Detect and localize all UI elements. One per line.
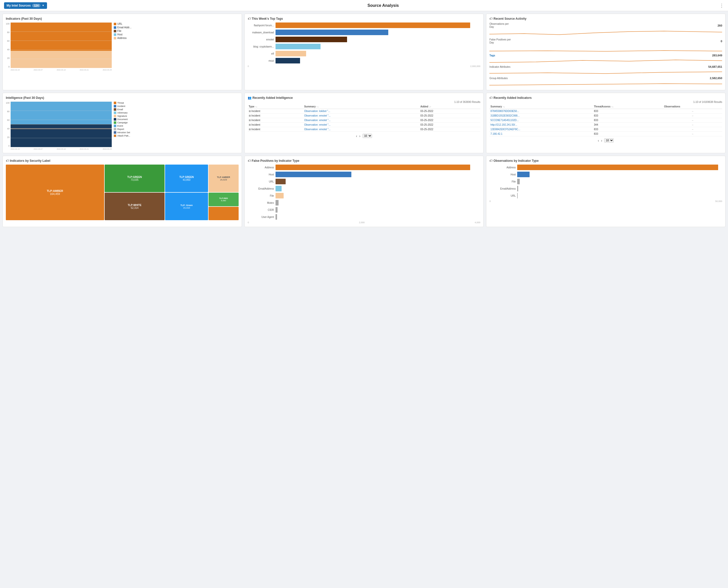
- intel-table-header: Type ↑↓ Summary ↑↓ Added ↓↑: [248, 104, 480, 109]
- recent-indicators-title: Recently Added Indicators: [493, 96, 722, 100]
- signature-color: [114, 115, 116, 117]
- campaign-color: [114, 121, 116, 124]
- col-added[interactable]: Added ↓↑: [419, 104, 480, 109]
- intel-prev-btn[interactable]: ‹: [356, 134, 357, 138]
- col-observations[interactable]: Observations: [663, 104, 722, 109]
- bar-track: [276, 44, 480, 49]
- row-type: ⊞ Incident: [248, 113, 303, 118]
- legend-threat: Threat: [114, 102, 134, 104]
- top-tags-card: 🏷 This Week's Top Tags flashpoint forum.…: [244, 14, 484, 90]
- tags-chart: [489, 57, 722, 64]
- intel-table: Type ↑↓ Summary ↑↓ Added ↓↑ ⊞ Incident O…: [248, 104, 480, 132]
- attack-color: [114, 134, 116, 137]
- legend-report: Report: [114, 128, 134, 130]
- email-color: [114, 26, 116, 29]
- col-threat-assess[interactable]: ThreatAssess ↑↓: [593, 104, 663, 109]
- table-row: ⊞ Incident Observation: emotet "... 03-2…: [248, 127, 480, 132]
- ind-link[interactable]: 5CCD9E71A5451102D...: [490, 119, 519, 122]
- ind-attr-label: Indicator Attributes: [489, 65, 510, 68]
- row-summary: Observation: emotet "...: [303, 113, 419, 118]
- file-color: [114, 30, 116, 33]
- summary-link[interactable]: Observation: emotet "...: [304, 114, 330, 117]
- intel-svg-container: 2022-02-24 2022-03-07 2022-03-14 2022-03…: [10, 102, 112, 150]
- address-color: [114, 37, 116, 39]
- fp-bar-file: File: [248, 193, 480, 198]
- fp-track: [276, 172, 480, 177]
- tlp-white-value: 52,314: [131, 207, 138, 209]
- col-type[interactable]: Type ↑↓: [248, 104, 303, 109]
- more-menu-icon[interactable]: ⋮: [720, 3, 724, 8]
- fp-line: [489, 50, 722, 51]
- ind-link[interactable]: http://212.192.241.50/...: [490, 123, 517, 126]
- bar-label: elf: [248, 52, 276, 55]
- ind-next-btn[interactable]: ›: [601, 139, 602, 143]
- intel-table-body: ⊞ Incident Observation: lokibot "... 03-…: [248, 109, 480, 132]
- fp-fill: [276, 186, 282, 191]
- intrusion-color: [114, 131, 116, 134]
- summary-link[interactable]: Observation: emotet "...: [304, 119, 330, 122]
- row-summary: Observation: emotet "...: [303, 127, 419, 132]
- ind-link[interactable]: 31BBD1552E5832C068...: [490, 114, 519, 117]
- bar-fill: [276, 29, 388, 35]
- y-axis: 100 80 60 40 20 0: [6, 22, 112, 71]
- fp-bar-ua: User Agent: [248, 214, 480, 220]
- col-ind-summary[interactable]: Summary ↑↓: [489, 104, 593, 109]
- ind-threat: 833: [593, 118, 663, 123]
- ind-summary-sort: ↑↓: [503, 105, 505, 108]
- grp-attr-chart: [489, 80, 722, 86]
- row-type: ⊞ Incident: [248, 127, 303, 132]
- intelligence-title: Intelligence (Past 30 Days): [6, 96, 239, 100]
- threat-color: [114, 102, 116, 104]
- bar-row-emotet: emotet: [248, 37, 480, 42]
- ind-obs: –: [663, 123, 722, 127]
- source-selector[interactable]: My Intel Sources 124 ▼: [4, 2, 47, 9]
- fp-label: Address: [248, 166, 276, 169]
- table-row: 5CCD9E71A5451102D... 833 –: [489, 118, 722, 123]
- tlp-red-block: TLP:RED 8,580: [209, 193, 239, 206]
- tlp-green-label: TLP:GREEN: [127, 176, 142, 178]
- fp-label: Mutex: [248, 202, 276, 204]
- tlp-white-block: TLP:WHITE 52,314: [105, 193, 165, 220]
- ind-obs: –: [663, 118, 722, 123]
- incident-icon: ⊞: [249, 128, 251, 131]
- obs-track: [517, 172, 722, 177]
- ind-prev-btn[interactable]: ‹: [598, 139, 599, 143]
- obs-label: URL: [489, 194, 517, 197]
- obs-fill: [517, 186, 518, 191]
- incident-icon: ⊞: [249, 114, 251, 117]
- intel-legend: Threat Incident Email Adversary Signatur…: [114, 102, 134, 150]
- summary-link[interactable]: Observation: emotet "...: [304, 123, 330, 126]
- obs-bar-email: EmailAddress: [489, 186, 722, 191]
- top-tags-x-axis: 0 2,000,000: [248, 65, 480, 67]
- ind-link[interactable]: 7.166.42.1: [490, 132, 502, 135]
- ind-link[interactable]: 87845598376DD03E50...: [490, 110, 519, 112]
- small-orange-block: [209, 207, 239, 220]
- col-summary[interactable]: Summary ↑↓: [303, 104, 419, 109]
- fp-value: 0: [721, 40, 722, 43]
- ind-link[interactable]: 13D0842E8CF52AEF9C...: [490, 128, 520, 131]
- ind-per-page[interactable]: 10 25 50: [604, 138, 614, 143]
- legend-item-file: File: [114, 29, 134, 33]
- ind-threat: 833: [593, 109, 663, 113]
- obs-bar-url: URL: [489, 193, 722, 198]
- bar-track: [276, 51, 480, 56]
- obs-title: Observations by Indicator Type: [493, 159, 539, 163]
- fp-bar-address: Address: [248, 165, 480, 170]
- fp-x-axis: 0 2,000 4,000: [248, 221, 480, 224]
- fp-label: File: [248, 194, 276, 197]
- fp-fill: [276, 193, 284, 198]
- added-sort-icon: ↓↑: [429, 105, 431, 108]
- summary-link[interactable]: Observation: emotet "...: [304, 128, 330, 131]
- summary-link[interactable]: Observation: lokibot "...: [304, 110, 330, 112]
- intel-per-page[interactable]: 10 25 50: [363, 134, 372, 138]
- bar-track: [276, 22, 480, 28]
- intel-pagination: ‹ › 10 25 50: [248, 134, 480, 138]
- fp-bar-email: EmailAddress: [248, 186, 480, 191]
- bar-track: [276, 29, 480, 35]
- ind-attr-line: [489, 72, 722, 74]
- fp-track: [276, 179, 480, 184]
- obs-bar-host: Host: [489, 172, 722, 177]
- tlp-green-block: TLP:GREEN 73,035: [105, 165, 165, 192]
- intel-next-btn[interactable]: ›: [359, 134, 361, 138]
- file-label: File: [117, 29, 121, 33]
